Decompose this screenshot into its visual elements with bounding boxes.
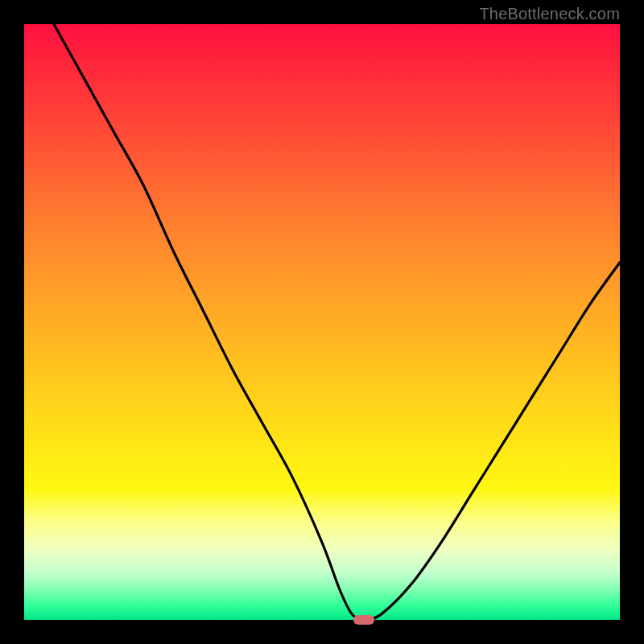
bottleneck-curve (24, 24, 620, 620)
watermark-text: TheBottleneck.com (479, 5, 620, 23)
optimal-marker (353, 615, 374, 625)
chart-frame: TheBottleneck.com (0, 0, 644, 644)
plot-area (24, 24, 620, 620)
